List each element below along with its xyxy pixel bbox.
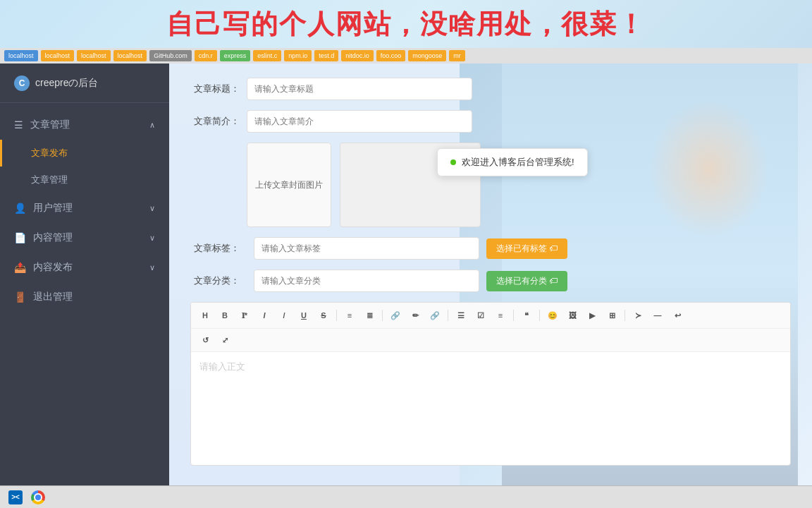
browser-tab[interactable]: foo.coo — [376, 50, 406, 61]
toolbar-ordered-list[interactable]: ≡ — [492, 307, 509, 324]
editor-toolbar: H B 𝐈* I / U S ≡ ≣ 🔗 ✏ 🔗 ☰ ☑ — [191, 303, 790, 329]
sidebar: C creepreの后台 ☰ 文章管理 ∧ 文章发布 文章管理 👤 用户管理 ∨ — [0, 64, 169, 485]
toolbar-underline[interactable]: U — [295, 307, 312, 324]
content-manage-icon: 📄 — [14, 232, 26, 243]
toast-dot — [450, 159, 456, 165]
editor-placeholder: 请输入正文 — [199, 361, 245, 372]
summary-label: 文章简介： — [190, 115, 247, 128]
toolbar-quote[interactable]: ❝ — [518, 307, 535, 324]
toolbar-list[interactable]: ☰ — [453, 307, 469, 324]
chevron-icon: ∨ — [149, 263, 155, 272]
toolbar-slash[interactable]: / — [276, 307, 293, 324]
toolbar-separator — [625, 310, 625, 321]
browser-tab[interactable]: localhost — [4, 50, 38, 61]
banner-text: 自己写的个人网站，没啥用处，很菜！ — [166, 6, 646, 42]
top-banner: 自己写的个人网站，没啥用处，很菜！ — [0, 0, 812, 48]
toolbar-link2[interactable]: 🔗 — [426, 307, 443, 324]
logout-icon: 🚪 — [14, 291, 26, 303]
browser-tab[interactable]: localhost — [41, 50, 75, 61]
sidebar-item-user-manage[interactable]: 👤 用户管理 ∨ — [0, 193, 169, 223]
chrome-icon — [31, 490, 45, 504]
sidebar-menu: ☰ 文章管理 ∧ 文章发布 文章管理 👤 用户管理 ∨ 📄 内容管理 ∨ — [0, 103, 169, 485]
select-tags-button[interactable]: 选择已有标签 🏷 — [486, 238, 567, 259]
sidebar-item-label: 内容发布 — [33, 261, 73, 274]
browser-tab[interactable]: cdn.r — [195, 50, 217, 61]
browser-tab[interactable]: test.d — [314, 50, 338, 61]
chevron-icon: ∨ — [149, 204, 155, 213]
toast-notification: 欢迎进入博客后台管理系统! — [437, 148, 588, 176]
title-input[interactable] — [247, 78, 472, 100]
vscode-taskbar-item[interactable]: >< — [6, 489, 25, 506]
editor-content[interactable]: 请输入正文 — [191, 352, 790, 465]
browser-tab[interactable]: eslint.c — [253, 50, 281, 61]
browser-tab[interactable]: npm.io — [284, 50, 312, 61]
sidebar-item-label: 用户管理 — [33, 202, 73, 214]
toolbar-separator — [513, 310, 514, 321]
browser-tab[interactable]: localhost — [77, 50, 111, 61]
editor-toolbar-row2: ↺ ⤢ — [191, 329, 790, 352]
upload-box[interactable]: 上传文章封面图片 — [247, 143, 331, 227]
toolbar-italic-bold[interactable]: 𝐈* — [236, 307, 253, 324]
tags-row: 文章标签： 选择已有标签 🏷 — [190, 237, 791, 260]
chevron-icon: ∧ — [149, 121, 155, 130]
browser-tab[interactable]: mongoose — [408, 50, 446, 61]
select-category-button[interactable]: 选择已有分类 🏷 — [486, 271, 567, 291]
sidebar-item-content-manage[interactable]: 📄 内容管理 ∨ — [0, 223, 169, 253]
toolbar-align-left[interactable]: ≡ — [341, 307, 358, 324]
sidebar-item-logout[interactable]: 🚪 退出管理 — [0, 282, 169, 312]
toolbar-separator — [539, 310, 540, 321]
chevron-icon: ∨ — [149, 234, 155, 243]
submenu-label: 文章管理 — [31, 174, 68, 186]
toolbar-heading[interactable]: H — [197, 307, 214, 324]
browser-tab[interactable]: nitdoc.io — [341, 50, 374, 61]
content-publish-icon: 📤 — [14, 262, 26, 273]
upload-label: 上传文章封面图片 — [255, 179, 323, 191]
toolbar-italic[interactable]: I — [256, 307, 273, 324]
title-row: 文章标题： — [190, 78, 791, 100]
title-label: 文章标题： — [190, 83, 247, 95]
toolbar-undo2[interactable]: ↺ — [197, 332, 214, 349]
toolbar-video[interactable]: ▶ — [584, 307, 601, 324]
article-form: 文章标题： 文章简介： 上传文章封面图片 文章标签： 选择已有标签 🏷 — [169, 64, 812, 485]
toolbar-fullscreen[interactable]: ⤢ — [216, 332, 233, 349]
sidebar-item-article-manage[interactable]: ☰ 文章管理 ∧ — [0, 110, 169, 140]
sidebar-item-content-publish[interactable]: 📤 内容发布 ∨ — [0, 253, 169, 282]
toolbar-code[interactable]: ≻ — [629, 307, 646, 324]
category-label: 文章分类： — [190, 274, 247, 287]
browser-tab[interactable]: mr — [449, 50, 465, 61]
sidebar-item-article-publish[interactable]: 文章发布 — [0, 140, 169, 167]
sidebar-item-article-list[interactable]: 文章管理 — [0, 167, 169, 193]
toolbar-undo[interactable]: ↩ — [669, 307, 686, 324]
logo-icon: C — [14, 75, 30, 91]
sidebar-item-label: 内容管理 — [33, 231, 73, 244]
sidebar-item-label: 文章管理 — [30, 119, 70, 131]
taskbar: >< — [0, 485, 812, 508]
category-input[interactable] — [254, 270, 479, 292]
tags-input[interactable] — [254, 237, 479, 260]
logo-text: creepreの后台 — [35, 77, 98, 90]
toolbar-link[interactable]: 🔗 — [387, 307, 404, 324]
toolbar-pencil[interactable]: ✏ — [407, 307, 424, 324]
sidebar-logo: C creepreの后台 — [0, 64, 169, 103]
toolbar-emoji[interactable]: 😊 — [544, 307, 561, 324]
toolbar-table[interactable]: ⊞ — [603, 307, 620, 324]
toolbar-hr[interactable]: — — [649, 307, 666, 324]
browser-tab[interactable]: localhost — [113, 50, 147, 61]
toolbar-bold[interactable]: B — [216, 307, 233, 324]
content-area: 欢迎进入博客后台管理系统! 文章标题： 文章简介： 上传文章封面图片 — [169, 64, 812, 485]
sidebar-item-label: 退出管理 — [33, 291, 73, 303]
toolbar-separator — [382, 310, 383, 321]
submenu-label: 文章发布 — [31, 147, 68, 159]
tags-label: 文章标签： — [190, 242, 247, 255]
browser-tabs-bar: localhost localhost localhost localhost … — [0, 48, 812, 64]
chrome-taskbar-item[interactable] — [28, 489, 48, 506]
toolbar-image[interactable]: 🖼 — [564, 307, 581, 324]
browser-tab[interactable]: express — [220, 50, 251, 61]
main-container: C creepreの后台 ☰ 文章管理 ∧ 文章发布 文章管理 👤 用户管理 ∨ — [0, 64, 812, 485]
summary-input[interactable] — [247, 110, 472, 133]
toolbar-align-center[interactable]: ≣ — [361, 307, 378, 324]
toolbar-strikethrough[interactable]: S — [315, 307, 332, 324]
browser-tab[interactable]: GitHub.com — [149, 50, 192, 61]
toolbar-checkbox[interactable]: ☑ — [472, 307, 489, 324]
article-manage-icon: ☰ — [14, 119, 23, 131]
